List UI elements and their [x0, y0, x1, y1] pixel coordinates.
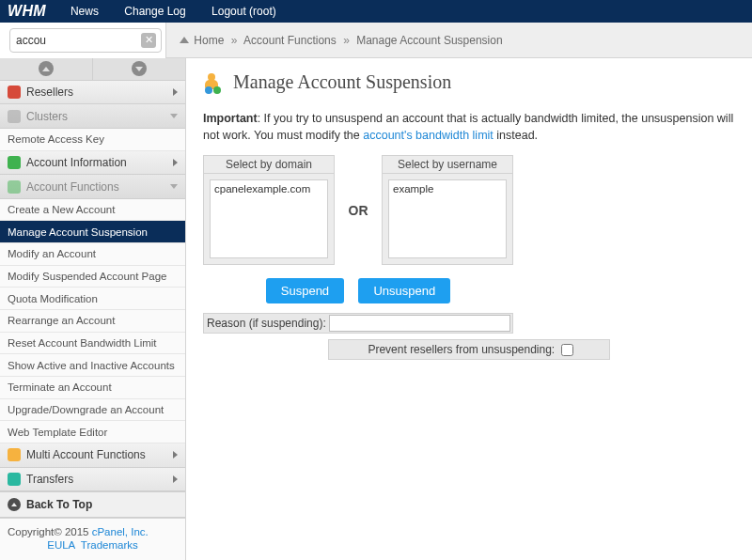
- home-icon: [180, 37, 189, 43]
- breadcrumb-l2: Manage Account Suspension: [356, 34, 502, 47]
- chevron-down-icon: [170, 114, 178, 118]
- sidebar-item-upgrade[interactable]: Upgrade/Downgrade an Account: [0, 399, 185, 422]
- copyright-text: Copyright© 2015: [8, 526, 92, 537]
- chevron-right-icon: [173, 451, 178, 459]
- link-eula[interactable]: EULA: [47, 539, 74, 551]
- search-breadcrumb-row: ✕ Home » Account Functions » Manage Acco…: [0, 23, 752, 58]
- or-label: OR: [335, 203, 382, 218]
- group-multi-account[interactable]: Multi Account Functions: [0, 443, 185, 468]
- search-wrap: ✕: [0, 23, 166, 58]
- back-to-top-label: Back To Top: [26, 498, 92, 511]
- suspension-icon: [203, 72, 224, 93]
- sidebar-item-remote-access[interactable]: Remote Access Key: [0, 129, 185, 151]
- page-title: Manage Account Suspension: [233, 71, 451, 93]
- reason-label: Reason (if suspending):: [204, 317, 329, 330]
- username-option[interactable]: example: [391, 182, 504, 195]
- prevent-checkbox[interactable]: [561, 344, 573, 356]
- select-by-username-header: Select by username: [383, 156, 512, 174]
- back-to-top[interactable]: Back To Top: [0, 491, 185, 518]
- page-title-row: Manage Account Suspension: [203, 71, 735, 93]
- unsuspend-button[interactable]: Unsuspend: [358, 278, 450, 303]
- chevron-right-icon: [173, 159, 178, 166]
- breadcrumb-sep: »: [343, 34, 350, 47]
- group-label: Multi Account Functions: [26, 448, 146, 461]
- chevron-down-icon: [170, 184, 178, 189]
- sidebar-item-quota[interactable]: Quota Modification: [0, 288, 185, 310]
- chevron-right-icon: [173, 475, 178, 483]
- breadcrumb-sep: »: [231, 34, 238, 47]
- link-bandwidth-limit[interactable]: account's bandwidth limit: [363, 129, 494, 142]
- group-label: Account Functions: [26, 180, 119, 194]
- group-resellers[interactable]: Resellers: [0, 81, 185, 105]
- username-list[interactable]: example: [388, 179, 507, 258]
- select-by-username-box: Select by username example: [382, 155, 513, 265]
- sidebar-item-reset-bw[interactable]: Reset Account Bandwidth Limit: [0, 333, 185, 355]
- important-text-2: instead.: [494, 129, 538, 142]
- group-label: Transfers: [26, 473, 73, 486]
- sidebar-item-show-active[interactable]: Show Active and Inactive Accounts: [0, 354, 185, 377]
- resellers-icon: [8, 86, 21, 99]
- important-label: Important: [203, 112, 258, 125]
- sidebar-item-modify-suspended-page[interactable]: Modify Suspended Account Page: [0, 266, 185, 288]
- search-clear-icon[interactable]: ✕: [141, 33, 156, 48]
- selector-row: Select by domain cpanelexample.com OR Se…: [203, 155, 735, 265]
- group-transfers[interactable]: Transfers: [0, 468, 185, 492]
- sidebar-item-web-template[interactable]: Web Template Editor: [0, 421, 185, 443]
- breadcrumb-l1[interactable]: Account Functions: [243, 34, 337, 47]
- link-trademarks[interactable]: Trademarks: [81, 539, 138, 551]
- arrow-up-icon: [8, 498, 21, 511]
- collapse-up-icon[interactable]: [0, 58, 93, 80]
- reason-input[interactable]: [329, 315, 510, 332]
- domain-list[interactable]: cpanelexample.com: [210, 179, 328, 258]
- group-account-functions[interactable]: Account Functions: [0, 175, 185, 199]
- nav-news[interactable]: News: [70, 5, 99, 18]
- sidebar-item-create-account[interactable]: Create a New Account: [0, 199, 185, 222]
- transfers-icon: [8, 473, 21, 486]
- important-note: Important: If you try to unsuspend an ac…: [203, 110, 735, 144]
- reason-row: Reason (if suspending):: [203, 313, 513, 334]
- breadcrumb-home[interactable]: Home: [194, 34, 224, 47]
- nav-logout[interactable]: Logout (root): [212, 5, 276, 18]
- group-label: Clusters: [26, 110, 68, 123]
- sidebar-item-manage-suspension[interactable]: Manage Account Suspension: [0, 221, 185, 243]
- group-label: Account Information: [26, 156, 127, 169]
- select-by-domain-header: Select by domain: [204, 156, 334, 174]
- breadcrumb: Home » Account Functions » Manage Accoun…: [180, 34, 503, 47]
- top-bar: WHM News Change Log Logout (root): [0, 0, 752, 23]
- suspend-button[interactable]: Suspend: [266, 278, 344, 303]
- group-clusters[interactable]: Clusters: [0, 104, 185, 129]
- sidebar-item-modify-account[interactable]: Modify an Account: [0, 243, 185, 266]
- account-functions-icon: [8, 180, 21, 194]
- account-info-icon: [8, 156, 21, 169]
- group-label: Resellers: [26, 86, 73, 99]
- select-by-domain-box: Select by domain cpanelexample.com: [203, 155, 335, 265]
- action-buttons: Suspend Unsuspend: [203, 278, 513, 303]
- sidebar-footer: Copyright© 2015 cPanel, Inc. EULA Tradem…: [0, 518, 185, 560]
- logo: WHM: [8, 3, 46, 20]
- nav-change-log[interactable]: Change Log: [124, 5, 185, 18]
- collapse-down-icon[interactable]: [93, 58, 185, 80]
- clusters-icon: [8, 110, 21, 123]
- sidebar-item-terminate[interactable]: Terminate an Account: [0, 377, 185, 399]
- search-input[interactable]: [9, 28, 162, 53]
- link-cpanel[interactable]: cPanel, Inc.: [92, 526, 149, 537]
- main-content: Manage Account Suspension Important: If …: [186, 58, 752, 560]
- sidebar-item-rearrange[interactable]: Rearrange an Account: [0, 310, 185, 333]
- chevron-right-icon: [173, 88, 178, 96]
- prevent-label: Prevent resellers from unsuspending:: [365, 343, 557, 356]
- prevent-row: Prevent resellers from unsuspending:: [328, 339, 610, 360]
- sidebar: Resellers Clusters Remote Access Key Acc…: [0, 58, 186, 560]
- nav-arrows: [0, 58, 185, 81]
- domain-option[interactable]: cpanelexample.com: [212, 182, 325, 195]
- multi-account-icon: [8, 448, 21, 461]
- group-account-info[interactable]: Account Information: [0, 151, 185, 176]
- top-nav: News Change Log Logout (root): [59, 5, 288, 18]
